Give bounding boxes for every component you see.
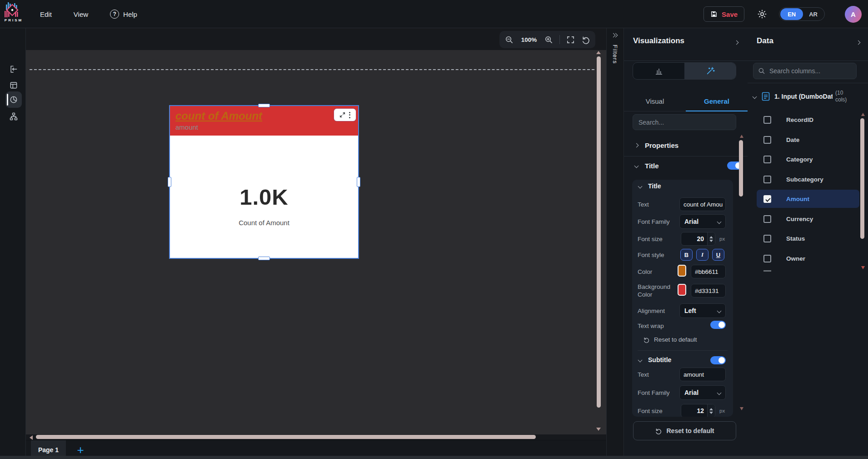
chevron-down-icon	[753, 94, 757, 99]
viz-search-input[interactable]	[633, 114, 736, 130]
canvas-scroll-down-arrow[interactable]	[596, 428, 601, 431]
card-widget[interactable]: count of Amount amount 1.0K Count of Amo…	[169, 105, 359, 259]
subtitle-text-input[interactable]: amount	[679, 368, 726, 381]
page-canvas[interactable]: count of Amount amount 1.0K Count of Amo…	[26, 50, 606, 434]
magic-mode-button[interactable]	[684, 63, 736, 79]
reset-view-button[interactable]	[581, 35, 590, 44]
collapse-data-icon[interactable]	[856, 40, 861, 45]
chart-mode-button[interactable]	[633, 63, 684, 79]
italic-button[interactable]: I	[696, 249, 708, 261]
data-scrollbar[interactable]	[860, 118, 864, 239]
canvas-horizontal-scrollbar[interactable]	[36, 435, 536, 439]
sidebar-item-visualize[interactable]	[5, 91, 22, 108]
canvas-vertical-scrollbar[interactable]	[597, 56, 601, 408]
tab-general[interactable]: General	[686, 91, 748, 111]
widget-menu-button[interactable]	[349, 112, 350, 118]
zoom-in-button[interactable]	[544, 35, 553, 44]
data-search-input[interactable]	[769, 67, 847, 75]
alignment-select[interactable]: Left	[679, 303, 726, 318]
divider	[638, 350, 728, 351]
background-color-swatch[interactable]	[678, 284, 686, 296]
expand-widget-button[interactable]	[339, 112, 345, 118]
section-title-toggle-row[interactable]: Title	[624, 159, 738, 172]
checkbox[interactable]	[763, 156, 771, 163]
checkbox[interactable]	[763, 136, 771, 144]
title-subsection-header[interactable]: Title	[639, 182, 661, 190]
data-scroll-up-arrow[interactable]	[861, 113, 865, 116]
data-scroll-down-arrow[interactable]	[861, 266, 865, 269]
subtitle-toggle[interactable]	[710, 356, 726, 364]
font-size-stepper[interactable]	[707, 404, 715, 417]
subtitle-font-family-select[interactable]: Arial	[679, 385, 726, 400]
save-button[interactable]: Save	[703, 6, 744, 22]
language-ar-button[interactable]: AR	[803, 11, 823, 18]
resize-handle-right[interactable]	[357, 177, 360, 187]
resize-handle-left[interactable]	[168, 177, 171, 187]
sidebar-item-exit[interactable]	[5, 61, 22, 77]
theme-toggle-button[interactable]	[757, 9, 767, 19]
viz-scroll-down-arrow[interactable]	[740, 407, 743, 410]
column-row-owner[interactable]: Owner	[748, 249, 862, 267]
visualizations-panel: Visualizations Visual General	[624, 28, 748, 459]
language-en-button[interactable]: EN	[780, 8, 803, 20]
underline-button[interactable]: U	[712, 249, 724, 261]
layout-icon	[9, 81, 18, 90]
card-widget-subtitle: amount	[175, 123, 353, 131]
background-color-input[interactable]: #d33131	[691, 284, 726, 298]
sidebar-item-layout[interactable]	[5, 77, 22, 93]
zoom-out-button[interactable]	[505, 35, 514, 44]
color-label: Color	[638, 268, 652, 275]
viz-scrollbar[interactable]	[739, 140, 743, 197]
checkbox[interactable]	[763, 215, 771, 223]
subtitle-subsection-header[interactable]: Subtitle	[639, 356, 671, 363]
resize-handle-bottom[interactable]	[258, 257, 270, 260]
reset-to-default-button[interactable]: Reset to default	[633, 421, 736, 440]
chevron-right-icon	[634, 143, 639, 147]
tab-visual[interactable]: Visual	[624, 91, 686, 111]
save-label: Save	[722, 10, 738, 18]
menu-edit[interactable]: Edit	[40, 10, 52, 18]
viz-scroll-up-arrow[interactable]	[740, 135, 743, 138]
subtitle-font-size-input[interactable]: 12	[681, 404, 715, 417]
checkbox[interactable]	[763, 235, 771, 242]
title-color-swatch[interactable]	[678, 265, 686, 277]
expand-filters-icon[interactable]	[612, 34, 617, 37]
checkbox[interactable]	[763, 255, 771, 262]
canvas-scroll-up-arrow[interactable]	[596, 51, 601, 54]
prism-logo[interactable]: PRISM	[3, 1, 25, 27]
collapse-visualizations-icon[interactable]	[734, 40, 739, 45]
resize-handle-top[interactable]	[258, 104, 270, 107]
dataset-row[interactable]: 1. Input (DumboData.... (10 cols)	[748, 86, 862, 106]
text-wrap-toggle[interactable]	[710, 321, 726, 329]
fit-screen-button[interactable]	[566, 35, 575, 44]
column-row-amount[interactable]: Amount	[757, 190, 859, 208]
title-subsection-label: Title	[648, 182, 661, 190]
bold-button[interactable]: B	[680, 249, 693, 261]
sidebar-item-flow[interactable]	[5, 108, 22, 125]
column-row-category[interactable]: Category	[748, 150, 862, 168]
filters-rail[interactable]: Filters	[606, 28, 624, 459]
canvas-scroll-left-arrow[interactable]	[30, 435, 33, 440]
column-row-date[interactable]: Date	[748, 131, 862, 149]
avatar[interactable]: A	[845, 6, 862, 23]
column-row-recordid[interactable]: RecordID	[748, 111, 862, 129]
title-font-family-select[interactable]: Arial	[679, 214, 726, 229]
column-row-currency[interactable]: Currency	[748, 210, 862, 228]
zoom-level: 100%	[520, 36, 538, 43]
menu-view[interactable]: View	[74, 10, 88, 18]
pie-chart-icon	[9, 95, 18, 104]
title-text-input[interactable]: count of Amou	[679, 197, 726, 211]
divider	[748, 61, 868, 61]
checkbox[interactable]	[763, 116, 771, 124]
section-properties[interactable]: Properties	[624, 139, 738, 151]
checkbox[interactable]	[763, 176, 771, 183]
title-reset-link[interactable]: Reset to default	[643, 336, 697, 343]
column-row-subcategory[interactable]: Subcategory	[748, 170, 862, 188]
column-row-status[interactable]: Status	[748, 229, 862, 247]
dataset-icon	[762, 92, 770, 101]
menu-help[interactable]: Help	[110, 10, 137, 19]
title-font-size-input[interactable]: 20	[681, 232, 715, 246]
title-color-input[interactable]: #bb6611	[691, 265, 726, 278]
checkbox-checked[interactable]	[763, 195, 771, 203]
font-size-stepper[interactable]	[707, 232, 715, 245]
